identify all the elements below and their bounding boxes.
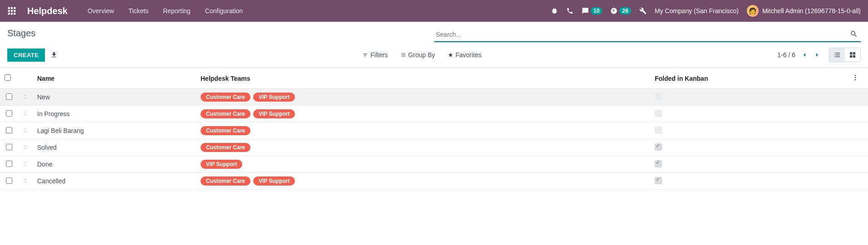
bug-icon[interactable]	[551, 7, 558, 15]
filters-label: Filters	[370, 51, 387, 59]
cell-name[interactable]: Solved	[33, 139, 196, 156]
nav-menu: Overview Tickets Reporting Configuration	[88, 7, 243, 15]
pager-next[interactable]	[814, 51, 821, 59]
cell-folded[interactable]	[650, 173, 850, 190]
team-tag[interactable]: Customer Care	[201, 109, 250, 118]
table-row[interactable]: DoneVIP Support	[0, 156, 868, 173]
cell-name[interactable]: Lagi Beli Barang	[33, 122, 196, 139]
navbar-right: 10 26 My Company (San Francisco) 🧑 Mitch…	[551, 5, 861, 17]
company-switcher[interactable]: My Company (San Francisco)	[655, 7, 739, 15]
row-checkbox[interactable]	[6, 161, 12, 167]
cell-teams[interactable]: Customer Care	[196, 122, 650, 139]
view-switch	[829, 48, 861, 62]
groupby-button[interactable]: Group By	[401, 51, 435, 59]
team-tag[interactable]: VIP Support	[253, 109, 295, 118]
table-row[interactable]: Lagi Beli BarangCustomer Care	[0, 122, 868, 139]
svg-rect-9	[850, 52, 852, 54]
column-menu-icon[interactable]	[854, 74, 856, 82]
favorites-button[interactable]: Favorites	[448, 51, 482, 59]
row-checkbox[interactable]	[6, 177, 12, 184]
team-tag[interactable]: VIP Support	[253, 176, 295, 186]
team-tag[interactable]: Customer Care	[201, 143, 250, 152]
cell-name[interactable]: In Progress	[33, 106, 196, 122]
folded-checkbox[interactable]	[655, 110, 662, 117]
team-tag[interactable]: VIP Support	[201, 160, 242, 169]
row-checkbox[interactable]	[6, 93, 12, 100]
cell-folded[interactable]	[650, 156, 850, 173]
star-icon	[448, 52, 453, 58]
list-view-button[interactable]	[829, 48, 845, 62]
cell-name[interactable]: Cancelled	[33, 173, 196, 190]
nav-configuration[interactable]: Configuration	[205, 7, 243, 15]
create-button[interactable]: CREATE	[7, 49, 45, 62]
cell-folded[interactable]	[650, 139, 850, 156]
select-all-checkbox[interactable]	[5, 74, 11, 81]
cell-folded[interactable]	[650, 106, 850, 122]
cell-folded[interactable]	[650, 122, 850, 139]
svg-point-14	[855, 77, 856, 78]
row-checkbox[interactable]	[6, 144, 12, 150]
folded-checkbox[interactable]	[655, 127, 662, 134]
th-menu	[850, 68, 868, 89]
th-name[interactable]: Name	[33, 68, 196, 89]
user-menu[interactable]: 🧑 Mitchell Admin (12696778-15-0-all)	[747, 5, 861, 17]
cell-teams[interactable]: Customer Care	[196, 139, 650, 156]
th-folded[interactable]: Folded in Kanban	[650, 68, 850, 89]
pager-prev[interactable]	[801, 51, 808, 59]
groupby-label: Group By	[408, 51, 435, 59]
cell-teams[interactable]: Customer CareVIP Support	[196, 106, 650, 122]
table-row[interactable]: CancelledCustomer CareVIP Support	[0, 173, 868, 190]
folded-checkbox[interactable]	[655, 143, 662, 151]
th-teams[interactable]: Helpdesk Teams	[196, 68, 650, 89]
search-icon[interactable]	[850, 30, 858, 38]
svg-rect-3	[8, 10, 10, 12]
drag-handle-icon[interactable]	[23, 111, 28, 116]
folded-checkbox[interactable]	[655, 93, 662, 100]
cell-teams[interactable]: Customer CareVIP Support	[196, 89, 650, 106]
drag-handle-icon[interactable]	[23, 144, 28, 150]
drag-handle-icon[interactable]	[23, 161, 28, 167]
tools-icon[interactable]	[639, 7, 647, 15]
svg-rect-10	[853, 52, 855, 54]
cell-teams[interactable]: Customer CareVIP Support	[196, 173, 650, 190]
nav-overview[interactable]: Overview	[88, 7, 114, 15]
team-tag[interactable]: Customer Care	[201, 93, 250, 102]
phone-icon[interactable]	[566, 7, 574, 15]
folded-checkbox[interactable]	[655, 160, 662, 167]
activities-button[interactable]: 26	[610, 7, 631, 15]
folded-checkbox[interactable]	[655, 177, 662, 184]
navbar-left: Helpdesk Overview Tickets Reporting Conf…	[7, 6, 243, 16]
download-icon[interactable]	[50, 51, 58, 59]
nav-reporting[interactable]: Reporting	[163, 7, 191, 15]
svg-rect-7	[11, 13, 13, 15]
cell-name[interactable]: Done	[33, 156, 196, 173]
svg-rect-12	[853, 55, 855, 58]
drag-handle-icon[interactable]	[23, 127, 28, 133]
cell-folded[interactable]	[650, 89, 850, 106]
cp-bottom-left: CREATE	[7, 49, 58, 62]
row-checkbox[interactable]	[6, 110, 12, 117]
kanban-view-button[interactable]	[845, 48, 860, 62]
table-row[interactable]: NewCustomer CareVIP Support	[0, 89, 868, 106]
cell-teams[interactable]: VIP Support	[196, 156, 650, 173]
svg-rect-6	[8, 13, 10, 15]
messages-button[interactable]: 10	[582, 7, 602, 15]
table-row[interactable]: SolvedCustomer Care	[0, 139, 868, 156]
clock-icon	[610, 7, 618, 15]
apps-icon[interactable]	[7, 6, 16, 15]
cell-name[interactable]: New	[33, 89, 196, 106]
nav-tickets[interactable]: Tickets	[128, 7, 148, 15]
pager-text[interactable]: 1-6 / 6	[777, 51, 795, 59]
app-brand[interactable]: Helpdesk	[27, 6, 68, 16]
filters-button[interactable]: Filters	[363, 51, 387, 59]
table-row[interactable]: In ProgressCustomer CareVIP Support	[0, 106, 868, 122]
drag-handle-icon[interactable]	[23, 178, 28, 183]
row-checkbox[interactable]	[6, 127, 12, 133]
favorites-label: Favorites	[456, 51, 482, 59]
search-input[interactable]	[434, 28, 861, 41]
chat-icon	[582, 7, 589, 15]
team-tag[interactable]: Customer Care	[201, 126, 250, 135]
drag-handle-icon[interactable]	[23, 94, 28, 99]
team-tag[interactable]: VIP Support	[253, 93, 295, 102]
team-tag[interactable]: Customer Care	[201, 176, 250, 186]
